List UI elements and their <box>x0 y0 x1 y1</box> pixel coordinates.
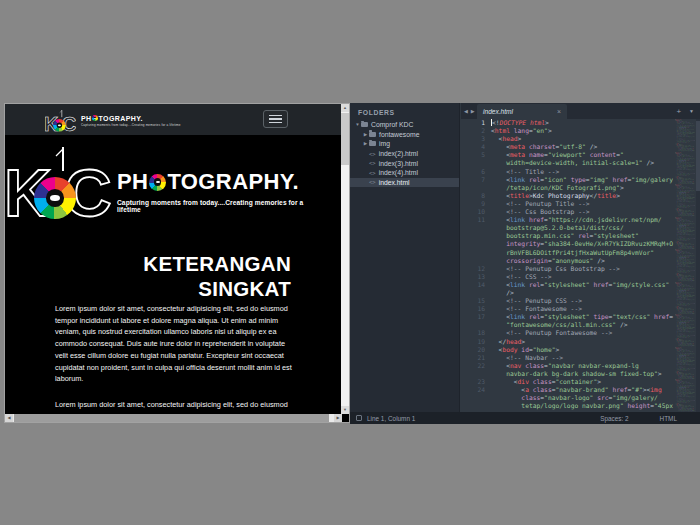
code-line: class="navbar-logo" src="img/galery/ <box>491 394 673 402</box>
line-number <box>461 321 485 329</box>
editor-scroll-thumb[interactable] <box>696 121 700 191</box>
tab-close-icon[interactable]: × <box>557 108 561 115</box>
chevron-right-icon[interactable]: ▶ <box>362 132 369 137</box>
status-bar: Line 1, Column 1 Spaces: 2 HTML <box>350 412 700 424</box>
line-number: 13 <box>461 273 485 281</box>
browser-vertical-scrollbar[interactable]: ▲ ▼ <box>341 104 349 414</box>
sidebar-item-index-2-html[interactable]: <>index(2).html <box>350 149 459 159</box>
scroll-left-arrow-icon[interactable]: ◀ <box>5 414 13 422</box>
sidebar-item-index-3-html[interactable]: <>index(3).html <box>350 158 459 168</box>
syntax-status[interactable]: HTML <box>660 415 677 422</box>
code-text[interactable]: <!DOCTYPE html><html lang="en"> <head> <… <box>491 119 673 412</box>
code-line: <div class="container"> <box>491 378 673 386</box>
code-line: <link rel="stylesheet" href="img/style.c… <box>675 364 695 365</box>
sidebar-item-label: img <box>379 140 390 147</box>
line-number <box>461 257 485 265</box>
sidebar-item-label: index(2).html <box>379 150 418 157</box>
browser-horizontal-scrollbar[interactable]: ◀ ▶ <box>5 414 342 422</box>
tab-forward-icon[interactable]: ▶ <box>471 108 475 114</box>
site-navbar: K C PHTOGRAPHY. Capturing moments from t… <box>5 104 341 135</box>
line-number: 6 <box>461 168 485 176</box>
section-paragraph-1: Lorem ipsum dolor sit amet, consectetur … <box>55 303 292 385</box>
sidebar-item-comprof-kdc[interactable]: ▼Comprof KDC <box>350 120 459 130</box>
minimap-section: <!DOCTYPE html><html lang="en"> <head> <… <box>675 314 695 347</box>
indentation-status[interactable]: Spaces: 2 <box>600 415 628 422</box>
code-line: <link rel="stylesheet" href="img/style.c… <box>675 202 695 203</box>
navbar-brand-link[interactable]: K C PHTOGRAPHY. Capturing moments from t… <box>45 108 181 133</box>
editor-scrollbar[interactable] <box>696 119 700 412</box>
brand-tagline: Capturing moments from today....Creating… <box>81 123 181 127</box>
horizontal-scroll-thumb[interactable] <box>14 414 329 422</box>
code-line: tetap/logo/logo navbar.png" height="45px <box>491 402 673 410</box>
code-line: <!-- Penutup Title --> <box>491 200 673 208</box>
minimap[interactable]: <!DOCTYPE html><html lang="en"> <head> <… <box>675 119 695 412</box>
code-line: <link rel="stylesheet" href="img/style.c… <box>675 169 695 170</box>
sidebar-item-fontawesome[interactable]: ▶fontawesome <box>350 130 459 140</box>
code-line: <link rel="stylesheet" href="img/style.c… <box>675 332 695 333</box>
new-tab-icon[interactable]: + <box>676 107 681 116</box>
cursor-position-status[interactable]: Line 1, Column 1 <box>367 415 415 422</box>
chevron-right-icon[interactable]: ▶ <box>362 141 369 146</box>
folder-icon <box>361 122 368 127</box>
aperture-icon <box>149 174 166 191</box>
code-line: tetap/logo/logo navbar.png" height="45px <box>675 345 695 346</box>
vintage-mode-icon[interactable] <box>356 415 362 421</box>
editor-window: FOLDERS ▼Comprof KDC▶fontawesome▶img<>in… <box>350 103 700 424</box>
line-number: 2 <box>461 127 485 135</box>
code-line: bootstrap.min.css" rel="stylesheet" <box>491 232 673 240</box>
chevron-down-icon[interactable]: ▼ <box>354 122 361 127</box>
file-code-icon: <> <box>369 160 376 166</box>
hero-tagline: Capturing moments from today....Creating… <box>117 199 325 213</box>
browser-window: K C PHTOGRAPHY. Capturing moments from t… <box>4 103 350 423</box>
code-line: width=device-width, initial-scale=1" /> <box>491 159 673 167</box>
code-line: <!DOCTYPE html> <box>491 119 673 127</box>
minimap-section: <!DOCTYPE html><html lang="en"> <head> <… <box>675 152 695 185</box>
minimap-section: <!DOCTYPE html><html lang="en"> <head> <… <box>675 249 695 282</box>
file-code-icon: <> <box>369 151 376 157</box>
kdc-logo: K C <box>45 108 76 133</box>
code-line: tetap/logo/logo navbar.png" height="45px <box>675 150 695 151</box>
scroll-right-arrow-icon[interactable]: ▶ <box>334 414 342 422</box>
code-line: <!-- Fontawesome --> <box>491 305 673 313</box>
code-line: "fontawesome/css/all.min.css" /> <box>491 321 673 329</box>
line-number <box>461 232 485 240</box>
code-line: tetap/logo/logo navbar.png" height="45px <box>675 410 695 411</box>
line-number <box>461 159 485 167</box>
minimap-section: <!DOCTYPE html><html lang="en"> <head> <… <box>675 217 695 250</box>
scroll-down-arrow-icon[interactable]: ▼ <box>341 406 349 414</box>
editor-sidebar: FOLDERS ▼Comprof KDC▶fontawesome▶img<>in… <box>350 103 460 412</box>
line-number: 5 <box>461 151 485 159</box>
code-line: tetap/logo/logo navbar.png" height="45px <box>675 215 695 216</box>
line-number: 18 <box>461 329 485 337</box>
aperture-icon <box>34 177 76 219</box>
code-line: <!-- Navbar --> <box>491 354 673 362</box>
line-number <box>461 289 485 297</box>
code-line: crossorigin="anonymous" /> <box>491 257 673 265</box>
desktop-background: K C PHTOGRAPHY. Capturing moments from t… <box>0 0 700 525</box>
folders-header: FOLDERS <box>350 103 459 116</box>
line-number: 9 <box>461 200 485 208</box>
scroll-up-arrow-icon[interactable]: ▲ <box>341 104 349 112</box>
tab-index-html[interactable]: index.html × <box>477 104 567 119</box>
line-number: 3 <box>461 135 485 143</box>
tab-overflow-icon[interactable]: ▼ <box>689 108 694 114</box>
code-line: <meta name="viewport" content=" <box>491 151 673 159</box>
folder-icon <box>369 132 376 137</box>
sidebar-item-index-4-html[interactable]: <>index(4).html <box>350 168 459 178</box>
line-number: 12 <box>461 265 485 273</box>
line-number: 7 <box>461 176 485 184</box>
tab-back-icon[interactable]: ◀ <box>464 108 468 114</box>
line-number <box>461 249 485 257</box>
code-editor[interactable]: 123456789101112131415161718192021222324 … <box>461 119 700 412</box>
sidebar-item-img[interactable]: ▶img <box>350 139 459 149</box>
line-number <box>461 224 485 232</box>
code-line: bootstrap@5.2.0-beta1/dist/css/ <box>491 224 673 232</box>
folder-icon <box>369 141 376 146</box>
code-line: tetap/logo/logo navbar.png" height="45px <box>675 280 695 281</box>
line-number: 14 <box>461 281 485 289</box>
code-line: <!-- Css Bootstrap --> <box>491 208 673 216</box>
vertical-scroll-thumb[interactable] <box>341 113 349 165</box>
line-number <box>461 184 485 192</box>
navbar-toggler-button[interactable] <box>263 110 288 128</box>
sidebar-item-index-html[interactable]: <>index.html <box>350 178 459 188</box>
